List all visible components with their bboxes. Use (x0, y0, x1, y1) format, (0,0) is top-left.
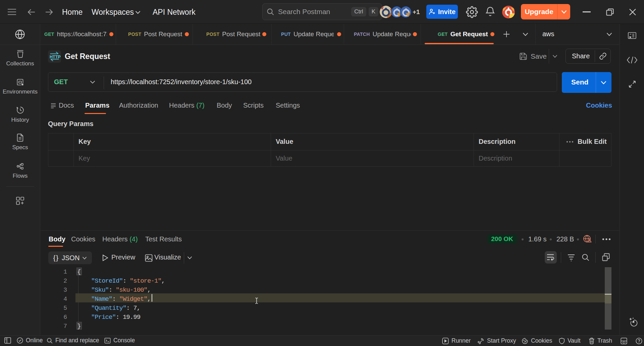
svg-text:HTTP: HTTP (50, 55, 61, 59)
